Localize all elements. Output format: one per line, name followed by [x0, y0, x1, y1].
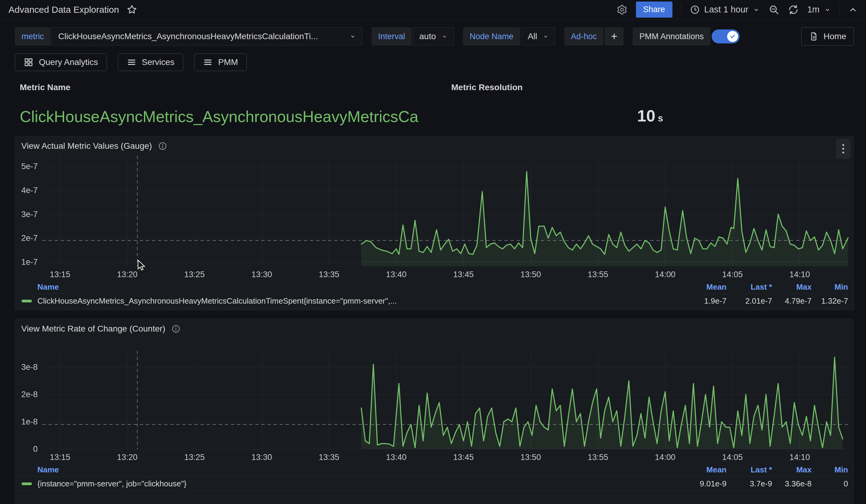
panel-counter-header[interactable]: View Metric Rate of Change (Counter)	[15, 319, 854, 335]
pmm-annotations-group: PMM Annotations	[633, 27, 740, 46]
svg-text:14:05: 14:05	[722, 270, 743, 279]
info-icon[interactable]	[171, 324, 180, 333]
menu-lines-icon	[203, 57, 213, 67]
metric-resolution-value: 10s	[446, 106, 854, 125]
series-last-value: 2.01e-7	[726, 296, 772, 306]
dashboard-title: Advanced Data Exploration	[9, 4, 119, 15]
series-mean-value: 9.01e-9	[660, 479, 726, 489]
svg-text:13:15: 13:15	[50, 453, 70, 462]
refresh-interval-picker[interactable]: 1m	[807, 4, 831, 14]
counter-chart[interactable]: 13:1513:2013:2513:3013:3513:4013:4513:50…	[15, 335, 854, 463]
series-name[interactable]: {instance="pmm-server", job="clickhouse"…	[37, 479, 660, 489]
zoom-out-icon[interactable]	[768, 4, 779, 15]
panel-counter: View Metric Rate of Change (Counter) 13:…	[15, 319, 854, 504]
home-button[interactable]: Home	[801, 27, 854, 46]
share-button[interactable]: Share	[636, 1, 673, 18]
metric-variable-dropdown[interactable]: ClickHouseAsyncMetrics_AsynchronousHeavy…	[52, 27, 363, 46]
legend-max-header[interactable]: Max	[772, 465, 812, 474]
document-icon	[809, 32, 819, 41]
node-variable-label: Node Name	[463, 27, 520, 46]
svg-text:13:55: 13:55	[588, 453, 608, 462]
services-label: Services	[142, 57, 175, 67]
collapse-caret-icon[interactable]	[848, 5, 857, 14]
refresh-icon[interactable]	[788, 4, 799, 15]
legend-min-header[interactable]: Min	[812, 465, 848, 474]
legend-series-row[interactable]: {instance="pmm-server", job="clickhouse"…	[15, 477, 848, 491]
metric-variable-label: metric	[15, 27, 51, 46]
svg-text:14:10: 14:10	[789, 453, 810, 462]
legend-mean-header[interactable]: Mean	[660, 282, 726, 292]
pmm-annotations-label: PMM Annotations	[633, 27, 710, 46]
legend-series-row[interactable]: ClickHouseAsyncMetrics_AsynchronousHeavy…	[15, 294, 848, 308]
gauge-legend: Name Mean Last * Max Min ClickHouseAsync…	[15, 280, 854, 310]
node-variable-group: Node Name All	[463, 27, 555, 46]
home-button-label: Home	[823, 32, 846, 41]
interval-variable-label: Interval	[371, 27, 412, 46]
svg-text:1e-7: 1e-7	[21, 257, 38, 266]
svg-text:13:25: 13:25	[184, 270, 205, 279]
chevron-down-icon	[349, 33, 356, 40]
legend-last-header[interactable]: Last *	[726, 465, 772, 474]
svg-text:4e-7: 4e-7	[21, 186, 38, 195]
series-max-value: 3.36e-8	[772, 479, 812, 489]
metric-name-value: ClickHouseAsyncMetrics_AsynchronousHeavy…	[20, 107, 446, 126]
toggle-knob	[727, 31, 738, 42]
svg-text:13:50: 13:50	[521, 270, 541, 279]
legend-last-header[interactable]: Last *	[726, 282, 772, 292]
series-name[interactable]: ClickHouseAsyncMetrics_AsynchronousHeavy…	[37, 296, 660, 306]
legend-header-row: Name Mean Last * Max Min	[15, 280, 848, 294]
svg-text:14:00: 14:00	[655, 270, 676, 279]
legend-name-header[interactable]: Name	[37, 282, 660, 292]
time-range-picker[interactable]: Last 1 hour	[690, 4, 760, 15]
menu-lines-icon	[127, 57, 136, 67]
chevron-down-icon	[824, 6, 831, 13]
legend-header-row: Name Mean Last * Max Min	[15, 463, 848, 477]
services-button[interactable]: Services	[118, 54, 183, 71]
legend-min-header[interactable]: Min	[812, 282, 848, 292]
interval-variable-dropdown[interactable]: auto	[413, 27, 454, 46]
svg-text:13:50: 13:50	[521, 453, 541, 462]
metric-resolution-header: Metric Resolution	[451, 83, 854, 92]
series-max-value: 4.79e-7	[772, 296, 812, 306]
svg-text:13:30: 13:30	[252, 270, 272, 279]
metric-name-header: Metric Name	[20, 83, 446, 92]
interval-variable-value: auto	[419, 32, 436, 41]
legend-name-header[interactable]: Name	[37, 465, 660, 474]
metric-variable-value: ClickHouseAsyncMetrics_AsynchronousHeavy…	[58, 32, 318, 41]
series-min-value: 1.32e-7	[812, 296, 848, 306]
node-variable-dropdown[interactable]: All	[521, 27, 555, 46]
pmm-button[interactable]: PMM	[194, 54, 247, 71]
info-icon[interactable]	[158, 141, 167, 151]
svg-text:13:40: 13:40	[386, 453, 407, 462]
favorite-star-icon[interactable]	[126, 4, 137, 15]
metric-variable-group: metric ClickHouseAsyncMetrics_Asynchrono…	[15, 27, 363, 46]
series-color-marker[interactable]	[22, 482, 32, 485]
top-navigation-bar: Advanced Data Exploration Share Last 1 h…	[0, 0, 866, 20]
metric-resolution-number: 10	[637, 106, 655, 125]
metric-resolution-panel: Metric Resolution 10s	[446, 79, 854, 127]
svg-text:3e-7: 3e-7	[21, 210, 38, 219]
check-icon	[729, 33, 736, 40]
node-variable-value: All	[528, 32, 537, 41]
gauge-chart[interactable]: 13:1513:2013:2513:3013:3513:4013:4513:50…	[15, 153, 854, 280]
svg-text:2e-8: 2e-8	[21, 390, 38, 399]
svg-text:13:25: 13:25	[184, 453, 205, 462]
grid-icon	[24, 57, 33, 67]
svg-text:5e-7: 5e-7	[21, 162, 38, 171]
svg-text:13:55: 13:55	[588, 270, 608, 279]
legend-mean-header[interactable]: Mean	[660, 465, 726, 474]
add-adhoc-filter-button[interactable]: +	[605, 27, 623, 46]
query-analytics-button[interactable]: Query Analytics	[15, 54, 107, 71]
panel-counter-title: View Metric Rate of Change (Counter)	[21, 324, 165, 334]
panel-gauge: View Actual Metric Values (Gauge) 13:151…	[15, 136, 854, 310]
adhoc-filter-label: Ad-hoc	[564, 27, 604, 46]
settings-gear-icon[interactable]	[617, 4, 628, 15]
legend-max-header[interactable]: Max	[772, 282, 812, 292]
series-color-marker[interactable]	[22, 300, 32, 302]
svg-text:1e-8: 1e-8	[21, 417, 38, 426]
svg-text:13:35: 13:35	[319, 270, 340, 279]
panel-gauge-title: View Actual Metric Values (Gauge)	[21, 141, 152, 151]
time-range-label: Last 1 hour	[704, 4, 748, 14]
pmm-annotations-toggle[interactable]	[712, 30, 740, 43]
panel-gauge-header[interactable]: View Actual Metric Values (Gauge)	[15, 136, 854, 153]
